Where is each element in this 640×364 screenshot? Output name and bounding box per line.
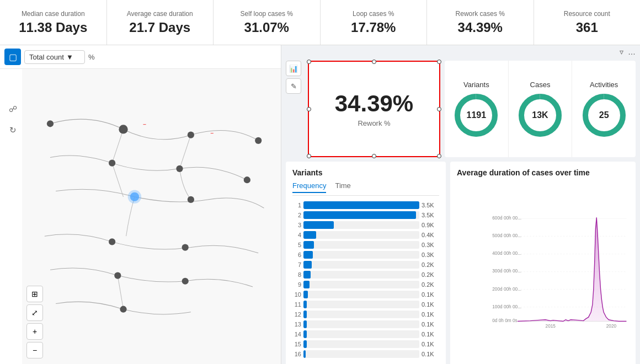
variant-num-9: 10 — [292, 291, 301, 298]
svg-point-11 — [109, 238, 115, 245]
variant-bar-container-15 — [303, 350, 419, 358]
variant-bar-0 — [303, 201, 419, 209]
variant-bar-container-14 — [303, 340, 419, 348]
handle-ml — [307, 107, 311, 111]
refresh-sidebar-icon[interactable]: ↻ — [4, 122, 21, 138]
svg-text:200d 00h 00...: 200d 00h 00... — [492, 287, 521, 292]
variant-val-9: 0.1K — [422, 291, 439, 298]
variant-bar-3 — [303, 231, 316, 239]
variant-row-12[interactable]: 13 0.1K — [292, 320, 439, 328]
variant-bar-container-1 — [303, 211, 419, 219]
variant-num-1: 2 — [292, 212, 301, 218]
variant-row-3[interactable]: 4 0.4K — [292, 231, 439, 239]
variant-row-4[interactable]: 5 0.3K — [292, 241, 439, 249]
svg-text:100d 00h 00...: 100d 00h 00... — [492, 304, 521, 309]
variant-bar-container-12 — [303, 320, 419, 328]
zoom-out-btn[interactable]: − — [26, 342, 43, 358]
variant-bar-14 — [303, 340, 307, 348]
variant-row-0[interactable]: 1 3.5K — [292, 201, 439, 209]
donut-ring-1: 13K — [518, 93, 562, 137]
svg-point-3 — [188, 132, 194, 138]
variant-row-11[interactable]: 12 0.1K — [292, 311, 439, 318]
stat-value-0: 1191 — [467, 110, 487, 120]
tab-time[interactable]: Time — [335, 181, 350, 193]
variant-row-2[interactable]: 3 0.9K — [292, 221, 439, 229]
variant-val-15: 0.1K — [422, 351, 439, 357]
grid-view-btn[interactable]: ⊞ — [26, 286, 43, 302]
fit-view-btn[interactable]: ⤢ — [26, 304, 43, 321]
variant-row-9[interactable]: 10 0.1K — [292, 291, 439, 298]
variant-row-8[interactable]: 9 0.2K — [292, 281, 439, 288]
metric-label-1: Average case duration — [127, 10, 193, 18]
stat-circle-item-0: Variants 1191 — [445, 61, 509, 157]
svg-text:400d 00h 00...: 400d 00h 00... — [492, 251, 521, 256]
svg-point-9 — [128, 190, 141, 204]
variant-bar-container-0 — [303, 201, 419, 209]
total-count-dropdown[interactable]: Total count ▼ — [24, 50, 85, 64]
variant-row-10[interactable]: 11 0.1K — [292, 301, 439, 308]
metric-label-5: Resource count — [564, 10, 610, 18]
variant-row-6[interactable]: 7 0.2K — [292, 261, 439, 269]
variant-bar-4 — [303, 241, 314, 249]
zoom-in-btn[interactable]: + — [26, 323, 43, 340]
variant-num-15: 16 — [292, 351, 301, 357]
metric-label-2: Self loop cases % — [241, 10, 293, 18]
cursor-tool-btn[interactable]: ✎ — [286, 78, 301, 94]
stats-circles: Variants 1191 Cases 13K Activities 25 — [445, 61, 636, 157]
process-map-svg: − − — [22, 69, 281, 364]
variant-val-10: 0.1K — [422, 301, 439, 308]
top-right-header: ▿ … — [281, 45, 640, 56]
variant-bar-container-2 — [303, 221, 419, 229]
filter-sidebar-icon[interactable]: ☍ — [4, 101, 21, 117]
svg-point-1 — [47, 120, 54, 127]
variant-num-5: 6 — [292, 251, 301, 258]
variant-bar-7 — [303, 271, 311, 279]
stat-value-2: 25 — [599, 110, 609, 120]
variant-row-5[interactable]: 6 0.3K — [292, 251, 439, 259]
filter-btn[interactable]: ▿ — [620, 47, 623, 56]
right-panel: ▿ … 📊 ✎ 34.39% Rework % — [281, 45, 640, 364]
variant-num-2: 3 — [292, 222, 301, 228]
process-map-btn[interactable]: ▢ — [4, 49, 21, 65]
variant-num-13: 14 — [292, 331, 301, 338]
variant-row-14[interactable]: 15 0.1K — [292, 340, 439, 348]
svg-text:−: − — [143, 121, 146, 127]
variant-bar-container-3 — [303, 231, 419, 239]
metrics-bar: Median case duration 11.38 Days Average … — [0, 0, 640, 45]
svg-text:2015: 2015 — [546, 324, 556, 329]
donut-ring-0: 1191 — [454, 93, 498, 137]
stat-circle-item-1: Cases 13K — [509, 61, 573, 157]
variant-val-12: 0.1K — [422, 321, 439, 328]
variant-row-1[interactable]: 2 3.5K — [292, 211, 439, 219]
svg-rect-0 — [22, 79, 281, 355]
svg-point-10 — [188, 196, 194, 203]
variant-val-14: 0.1K — [422, 341, 439, 347]
bar-chart-tool-btn[interactable]: 📊 — [286, 61, 301, 76]
duration-chart-area: 600d 00h 00... 500d 00h 00... 400d 00h 0… — [457, 181, 629, 357]
handle-tr — [437, 60, 441, 64]
variant-val-1: 3.5K — [422, 212, 439, 218]
rework-percent: 34.39% — [335, 90, 413, 117]
tab-frequency[interactable]: Frequency — [292, 181, 326, 193]
variant-row-7[interactable]: 8 0.2K — [292, 271, 439, 279]
variant-bar-container-4 — [303, 241, 419, 249]
variant-num-3: 4 — [292, 232, 301, 238]
metric-value-5: 361 — [576, 20, 598, 35]
donut-ring-2: 25 — [582, 93, 626, 137]
svg-point-5 — [109, 160, 115, 167]
variant-bar-11 — [303, 311, 307, 318]
variant-val-13: 0.1K — [422, 331, 439, 338]
variant-bar-container-11 — [303, 311, 419, 318]
more-options-btn[interactable]: … — [628, 47, 636, 56]
variant-bar-8 — [303, 281, 310, 288]
metric-card-0: Median case duration 11.38 Days — [0, 0, 107, 45]
svg-point-15 — [120, 306, 126, 313]
variant-val-8: 0.2K — [422, 281, 439, 288]
variant-row-15[interactable]: 16 0.1K — [292, 350, 439, 358]
stat-circle-item-2: Activities 25 — [572, 61, 636, 157]
variant-val-11: 0.1K — [422, 311, 439, 318]
svg-point-4 — [255, 137, 262, 144]
variant-row-13[interactable]: 14 0.1K — [292, 330, 439, 338]
svg-point-12 — [182, 244, 189, 250]
svg-text:600d 00h 00...: 600d 00h 00... — [492, 216, 521, 221]
